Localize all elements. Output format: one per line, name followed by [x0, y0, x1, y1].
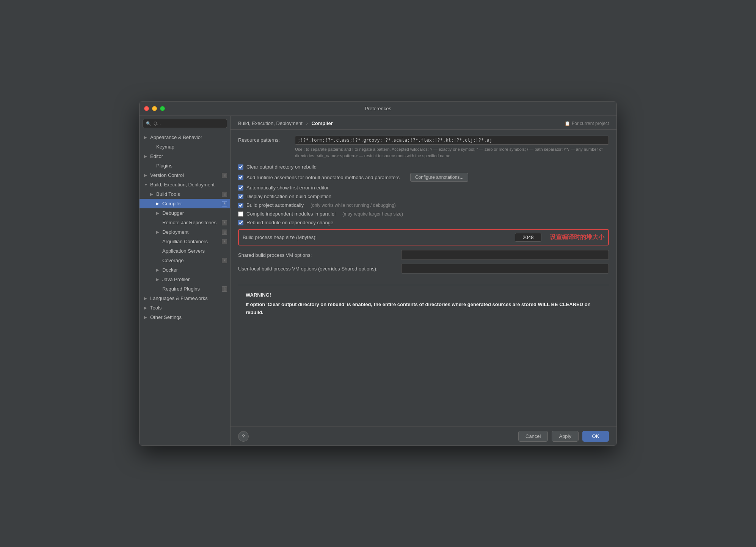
- compile-parallel-label[interactable]: Compile independent modules in parallel: [238, 211, 336, 217]
- resource-patterns-input[interactable]: [295, 136, 609, 145]
- sidebar-item-required-plugins[interactable]: Required Plugins ⎘: [140, 284, 230, 294]
- traffic-lights: [144, 106, 165, 111]
- warning-text: If option 'Clear output directory on reb…: [246, 301, 601, 317]
- sidebar: 🔍 ▶ Appearance & Behavior Keymap ▶ Edito: [140, 116, 231, 445]
- sidebar-item-java-profiler[interactable]: ▶ Java Profiler: [140, 275, 230, 284]
- sidebar-item-editor[interactable]: ▶ Editor: [140, 152, 230, 161]
- for-current-project: 📋 For current project: [565, 121, 609, 126]
- checkbox-row-display-notification: Display notification on build completion: [238, 194, 609, 199]
- sidebar-item-languages-frameworks[interactable]: ▶ Languages & Frameworks: [140, 294, 230, 303]
- build-auto-label[interactable]: Build project automatically: [238, 202, 304, 208]
- copy-icon: ⎘: [222, 201, 227, 206]
- maximize-button[interactable]: [160, 106, 165, 111]
- sidebar-item-build-exec-deploy[interactable]: ▼ Build, Execution, Deployment: [140, 180, 230, 189]
- arrow-icon: ▼: [144, 183, 149, 187]
- compile-parallel-note: (may require larger heap size): [342, 211, 403, 217]
- sidebar-item-keymap[interactable]: Keymap: [140, 142, 230, 152]
- heap-label: Build process heap size (Mbytes):: [243, 234, 511, 240]
- sidebar-item-coverage[interactable]: Coverage ⎘: [140, 256, 230, 265]
- add-runtime-label[interactable]: Add runtime assertions for notnull-annot…: [238, 175, 400, 180]
- copy-icon: ⎘: [222, 192, 227, 197]
- arrow-icon: ▶: [144, 154, 149, 158]
- for-current-label: For current project: [572, 121, 609, 126]
- auto-show-error-checkbox[interactable]: [238, 185, 243, 191]
- build-auto-checkbox[interactable]: [238, 203, 243, 208]
- resource-patterns-input-wrap: Use ; to separate patterns and ! to nega…: [295, 136, 609, 159]
- warning-title: WARNING!: [246, 291, 601, 299]
- search-input[interactable]: [154, 121, 224, 126]
- search-box[interactable]: 🔍: [143, 119, 227, 128]
- dialog-footer: ? Cancel Apply OK: [231, 427, 616, 445]
- compile-parallel-checkbox[interactable]: [238, 211, 243, 217]
- sidebar-item-plugins[interactable]: Plugins: [140, 161, 230, 170]
- help-button[interactable]: ?: [238, 431, 249, 442]
- sidebar-item-label: Editor: [150, 153, 163, 159]
- copy-icon: ⎘: [222, 230, 227, 235]
- nav-tree: ▶ Appearance & Behavior Keymap ▶ Editor …: [140, 131, 230, 445]
- rebuild-module-text: Rebuild module on dependency change: [246, 220, 333, 225]
- sidebar-item-label: Coverage: [162, 258, 184, 263]
- checkbox-row-compile-parallel: Compile independent modules in parallel …: [238, 211, 609, 217]
- sidebar-item-docker[interactable]: ▶ Docker: [140, 265, 230, 275]
- settings-panel: Build, Execution, Deployment › Compiler …: [231, 116, 616, 445]
- shared-vm-row: Shared build process VM options:: [238, 250, 609, 260]
- heap-size-row: Build process heap size (Mbytes): 设置编译时的…: [238, 229, 609, 245]
- sidebar-item-label: Docker: [162, 267, 178, 273]
- sidebar-item-version-control[interactable]: ▶ Version Control ⎘: [140, 170, 230, 180]
- auto-show-error-text: Automatically show first error in editor: [246, 185, 329, 191]
- main-content-area: 🔍 ▶ Appearance & Behavior Keymap ▶ Edito: [140, 116, 616, 445]
- copy-icon: ⎘: [222, 220, 227, 225]
- sidebar-item-deployment[interactable]: ▶ Deployment ⎘: [140, 227, 230, 237]
- rebuild-module-label[interactable]: Rebuild module on dependency change: [238, 220, 333, 225]
- sidebar-item-appearance-behavior[interactable]: ▶ Appearance & Behavior: [140, 133, 230, 142]
- breadcrumb-current: Compiler: [311, 120, 333, 126]
- checkbox-row-auto-show-error: Automatically show first error in editor: [238, 185, 609, 191]
- close-button[interactable]: [144, 106, 149, 111]
- sidebar-item-label: Version Control: [150, 172, 184, 178]
- user-vm-input[interactable]: [401, 264, 609, 274]
- display-notification-checkbox[interactable]: [238, 194, 243, 199]
- sidebar-item-app-servers[interactable]: Application Servers: [140, 246, 230, 256]
- sidebar-item-tools[interactable]: ▶ Tools: [140, 303, 230, 313]
- sidebar-item-label: Tools: [150, 305, 162, 311]
- heap-size-input[interactable]: [515, 233, 541, 242]
- sidebar-item-remote-jar[interactable]: Remote Jar Repositories ⎘: [140, 218, 230, 227]
- arrow-icon: ▶: [156, 277, 161, 281]
- project-icon: 📋: [565, 121, 570, 126]
- arrow-icon: ▶: [144, 315, 149, 319]
- copy-icon: ⎘: [222, 239, 227, 244]
- arrow-icon: ▶: [144, 296, 149, 300]
- user-vm-row: User-local build process VM options (ove…: [238, 264, 609, 274]
- cancel-button[interactable]: Cancel: [518, 431, 548, 442]
- sidebar-item-label: Build, Execution, Deployment: [150, 182, 215, 188]
- auto-show-error-label[interactable]: Automatically show first error in editor: [238, 185, 329, 191]
- clear-output-label[interactable]: Clear output directory on rebuild: [238, 164, 317, 170]
- checkbox-row-rebuild-module: Rebuild module on dependency change: [238, 220, 609, 225]
- sidebar-item-build-tools[interactable]: ▶ Build Tools ⎘: [140, 189, 230, 199]
- apply-button[interactable]: Apply: [552, 431, 579, 442]
- sidebar-item-label: Debugger: [162, 210, 184, 216]
- sidebar-item-arquillian[interactable]: Arquillian Containers ⎘: [140, 237, 230, 246]
- clear-output-checkbox[interactable]: [238, 164, 243, 170]
- add-runtime-checkbox[interactable]: [238, 175, 243, 180]
- checkbox-row-clear-output: Clear output directory on rebuild: [238, 164, 609, 170]
- display-notification-label[interactable]: Display notification on build completion: [238, 194, 331, 199]
- sidebar-item-debugger[interactable]: ▶ Debugger: [140, 208, 230, 218]
- arrow-icon: ▶: [150, 192, 155, 196]
- build-auto-note: (only works while not running / debuggin…: [311, 203, 396, 208]
- sidebar-item-compiler[interactable]: ▶ Compiler ⎘: [140, 199, 230, 208]
- configure-annotations-button[interactable]: Configure annotations...: [410, 173, 468, 182]
- sidebar-item-other-settings[interactable]: ▶ Other Settings: [140, 313, 230, 322]
- breadcrumb-part1: Build, Execution, Deployment: [238, 120, 303, 126]
- sidebar-item-label: Arquillian Containers: [162, 239, 208, 244]
- breadcrumb-separator: ›: [306, 120, 307, 126]
- ok-button[interactable]: OK: [582, 431, 609, 442]
- sidebar-item-label: Compiler: [162, 201, 182, 206]
- search-icon: 🔍: [146, 121, 151, 126]
- minimize-button[interactable]: [152, 106, 157, 111]
- copy-icon: ⎘: [222, 286, 227, 292]
- sidebar-item-label: Appearance & Behavior: [150, 134, 202, 140]
- shared-vm-input[interactable]: [401, 250, 609, 260]
- rebuild-module-checkbox[interactable]: [238, 220, 243, 225]
- build-auto-text: Build project automatically: [246, 202, 304, 208]
